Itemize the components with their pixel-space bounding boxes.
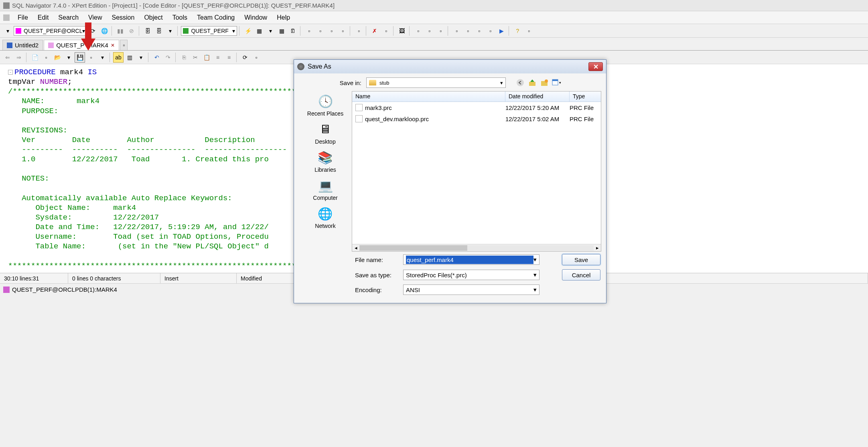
file-row[interactable]: quest_dev.markloop.prc 12/22/2017 5:02 A… bbox=[352, 113, 601, 124]
tool-sql-icon[interactable]: ▫ bbox=[462, 26, 473, 36]
copy-icon[interactable]: ⎘ bbox=[179, 52, 189, 63]
col-type[interactable]: Type bbox=[570, 91, 601, 102]
reload-icon[interactable]: ⟳ bbox=[240, 52, 250, 63]
etb-misc-icon[interactable]: ▫ bbox=[251, 52, 262, 63]
tool-f4-icon[interactable]: ▫ bbox=[485, 26, 495, 36]
tool-e2-icon[interactable]: ▫ bbox=[424, 26, 434, 36]
new-folder-button[interactable] bbox=[539, 78, 549, 87]
tab-untitled2[interactable]: Untitled2 bbox=[2, 40, 43, 50]
menu-teamcoding[interactable]: Team Coding bbox=[192, 12, 239, 23]
scroll-right-icon[interactable]: ▸ bbox=[594, 245, 601, 251]
tool-run-icon[interactable]: ⚡ bbox=[243, 26, 253, 36]
indent-icon[interactable]: ≡ bbox=[213, 52, 223, 63]
menu-window[interactable]: Window bbox=[239, 12, 272, 23]
tool-img-icon[interactable]: 🖼 bbox=[397, 26, 407, 36]
open-drop-icon[interactable]: ▾ bbox=[63, 52, 74, 63]
tool-last-icon[interactable]: ▫ bbox=[523, 26, 534, 36]
tool-a-icon[interactable]: ▦ bbox=[254, 26, 264, 36]
nav-fwd-icon[interactable]: ⇒ bbox=[14, 52, 24, 63]
place-computer[interactable]: 💻 Computer bbox=[313, 178, 337, 201]
db-icon[interactable]: 🗄 bbox=[142, 26, 153, 36]
tool-b2-icon[interactable]: ▫ bbox=[315, 26, 325, 36]
split-drop-icon[interactable]: ▾ bbox=[136, 52, 146, 63]
globe-icon[interactable]: 🌐 bbox=[99, 26, 110, 36]
tool-f1-icon[interactable]: ▫ bbox=[451, 26, 462, 36]
menu-object[interactable]: Object bbox=[139, 12, 167, 23]
db2-icon[interactable]: 🗄 bbox=[154, 26, 164, 36]
close-button[interactable]: ✕ bbox=[588, 62, 603, 71]
savetype-combo[interactable]: StoredProc Files(*.prc) ▾ bbox=[403, 270, 539, 280]
paste-icon[interactable]: 📋 bbox=[201, 52, 212, 63]
sql-tab-icon bbox=[7, 43, 12, 48]
menu-help[interactable]: Help bbox=[272, 12, 295, 23]
tool-sched-icon[interactable]: 🗓 bbox=[288, 26, 298, 36]
tab-new[interactable]: ▫ bbox=[120, 40, 128, 50]
tool-drop-icon[interactable]: ▾ bbox=[265, 26, 276, 36]
file-icon bbox=[355, 104, 363, 111]
horizontal-scrollbar[interactable]: ◂ ▸ bbox=[352, 244, 601, 251]
tool-c1-icon[interactable]: ▫ bbox=[353, 26, 364, 36]
menu-tools[interactable]: Tools bbox=[168, 12, 192, 23]
close-icon[interactable]: ✕ bbox=[111, 43, 115, 48]
tool-play-icon[interactable]: ▶ bbox=[496, 26, 507, 36]
tool-b3-icon[interactable]: ▫ bbox=[326, 26, 337, 36]
connection-combo[interactable]: QUEST_PERF@ORCL ▾ bbox=[14, 26, 87, 36]
redo-icon[interactable]: ↷ bbox=[163, 52, 173, 63]
fold-icon[interactable]: - bbox=[8, 70, 13, 75]
saveas-titlebar[interactable]: Save As ✕ bbox=[294, 60, 606, 73]
place-libraries[interactable]: 📚 Libraries bbox=[314, 150, 336, 173]
menu-edit[interactable]: Edit bbox=[33, 12, 54, 23]
encoding-combo[interactable]: ANSI ▾ bbox=[403, 284, 539, 295]
save-drop2-icon[interactable]: ▾ bbox=[97, 52, 107, 63]
view-menu-button[interactable]: ▾ bbox=[552, 78, 561, 87]
cancel-button[interactable]: Cancel bbox=[562, 269, 600, 280]
col-name[interactable]: Name bbox=[352, 91, 505, 102]
place-desktop[interactable]: 🖥 Desktop bbox=[315, 122, 335, 145]
tool-grid-icon[interactable]: ▦ bbox=[276, 26, 287, 36]
nav-back-icon[interactable]: ⇐ bbox=[2, 52, 13, 63]
db-drop-icon[interactable]: ▾ bbox=[165, 26, 175, 36]
save-button[interactable]: Save bbox=[562, 254, 600, 265]
tool-f3-icon[interactable]: ▫ bbox=[474, 26, 484, 36]
menu-icon bbox=[3, 14, 10, 21]
toolbar-btn-1[interactable]: ▾ bbox=[2, 26, 13, 36]
tab-label: Untitled2 bbox=[15, 42, 39, 49]
menu-file[interactable]: File bbox=[13, 12, 33, 23]
nav-back-button[interactable] bbox=[515, 78, 525, 87]
pause-icon[interactable]: ▮▮ bbox=[115, 26, 126, 36]
outdent-icon[interactable]: ≡ bbox=[224, 52, 234, 63]
stop-icon[interactable]: ⊘ bbox=[126, 26, 137, 36]
cut-icon[interactable]: ✂ bbox=[190, 52, 201, 63]
highlight-icon[interactable]: ab bbox=[113, 52, 124, 63]
menu-session[interactable]: Session bbox=[107, 12, 139, 23]
scroll-thumb[interactable] bbox=[359, 245, 467, 251]
menu-search[interactable]: Search bbox=[53, 12, 83, 23]
new-drop-icon[interactable]: ▫ bbox=[41, 52, 51, 63]
session-combo[interactable]: QUEST_PERF ▾ bbox=[181, 26, 237, 36]
place-recent[interactable]: 🕓 Recent Places bbox=[307, 93, 343, 117]
nav-up-button[interactable] bbox=[527, 78, 537, 87]
scroll-left-icon[interactable]: ◂ bbox=[352, 245, 359, 251]
tool-help-icon[interactable]: ? bbox=[512, 26, 523, 36]
split-icon[interactable]: ▥ bbox=[124, 52, 135, 63]
file-header[interactable]: Name Date modified Type bbox=[352, 91, 601, 102]
save-drop-icon[interactable]: ▫ bbox=[86, 52, 96, 63]
undo-icon[interactable]: ↶ bbox=[152, 52, 162, 63]
place-network[interactable]: 🌐 Network bbox=[315, 206, 335, 229]
menu-view[interactable]: View bbox=[83, 12, 107, 23]
filename-input[interactable]: ▾ bbox=[403, 254, 539, 265]
save-icon[interactable]: 💾 bbox=[75, 52, 85, 63]
tool-d2-icon[interactable]: ▫ bbox=[381, 26, 391, 36]
tool-b1-icon[interactable]: ▫ bbox=[304, 26, 314, 36]
tool-b4-icon[interactable]: ▫ bbox=[337, 26, 348, 36]
file-row[interactable]: mark3.prc 12/22/2017 5:20 AM PRC File bbox=[352, 102, 601, 113]
new-file-icon[interactable]: 📄 bbox=[30, 52, 40, 63]
savein-combo[interactable]: stub ▾ bbox=[366, 77, 506, 88]
tool-delete-icon[interactable]: ✗ bbox=[369, 26, 380, 36]
open-icon[interactable]: 📂 bbox=[52, 52, 63, 63]
col-date[interactable]: Date modified bbox=[505, 91, 570, 102]
tool-e3-icon[interactable]: ▫ bbox=[435, 26, 446, 36]
tool-e1-icon[interactable]: ▫ bbox=[413, 26, 423, 36]
file-list[interactable]: mark3.prc 12/22/2017 5:20 AM PRC File qu… bbox=[352, 102, 601, 244]
filename-field[interactable] bbox=[406, 256, 533, 264]
